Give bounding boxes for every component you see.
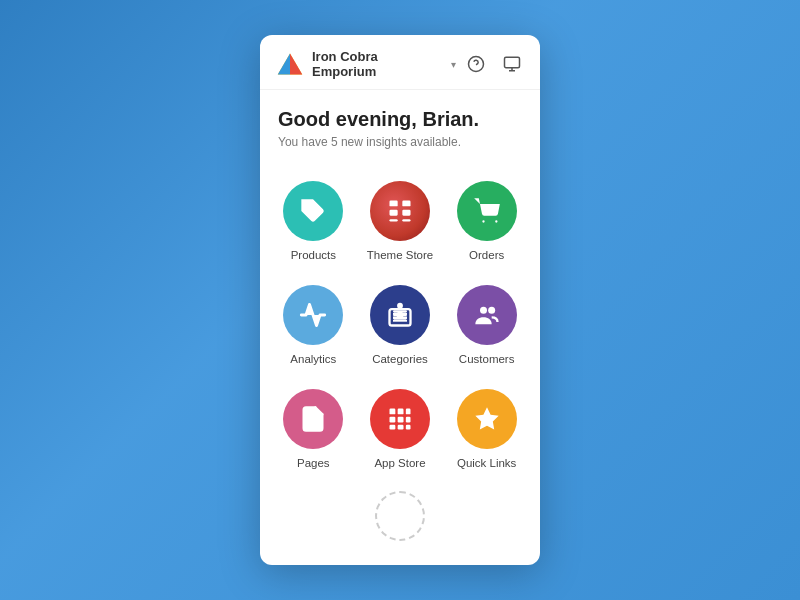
app-header: Iron Cobra Emporium ▾ [260,35,540,90]
store-name: Iron Cobra Emporium [312,49,441,79]
orders-icon-circle [457,181,517,241]
svg-point-21 [397,303,403,309]
svg-rect-9 [389,201,397,207]
theme-store-icon-circle [370,181,430,241]
app-store-label: App Store [374,457,425,469]
svg-point-15 [482,220,484,222]
grid-item-app-store[interactable]: App Store [357,375,444,479]
svg-rect-10 [402,201,410,207]
svg-rect-32 [406,409,411,415]
customers-icon-circle [457,285,517,345]
app-grid: Products Theme Store Orders [260,159,540,487]
theme-store-label: Theme Store [367,249,433,261]
help-button[interactable] [464,52,488,76]
svg-rect-36 [389,425,395,430]
svg-rect-34 [398,417,404,423]
svg-rect-38 [406,425,411,430]
svg-rect-33 [389,417,395,423]
svg-point-16 [495,220,497,222]
analytics-label: Analytics [290,353,336,365]
greeting-subtitle: You have 5 new insights available. [278,135,522,149]
display-button[interactable] [500,52,524,76]
categories-icon-circle [370,285,430,345]
svg-marker-2 [278,54,290,75]
svg-rect-5 [505,57,520,68]
quick-links-icon-circle [457,389,517,449]
grid-item-quick-links[interactable]: Quick Links [443,375,530,479]
grid-item-pages[interactable]: Pages [270,375,357,479]
quick-links-label: Quick Links [457,457,516,469]
grid-item-orders[interactable]: Orders [443,167,530,271]
svg-rect-37 [398,425,404,430]
dropdown-arrow-icon[interactable]: ▾ [451,59,456,70]
customers-label: Customers [459,353,515,365]
grid-item-categories[interactable]: Categories [357,271,444,375]
svg-rect-30 [389,409,395,415]
categories-label: Categories [372,353,428,365]
svg-rect-11 [389,210,397,216]
orders-label: Orders [469,249,504,261]
logo-icon [276,50,304,78]
main-card: Iron Cobra Emporium ▾ Good evening, Bria… [260,35,540,565]
svg-marker-1 [290,54,302,75]
svg-point-26 [480,307,487,314]
grid-item-analytics[interactable]: Analytics [270,271,357,375]
svg-rect-31 [398,409,404,415]
svg-marker-39 [475,407,498,429]
add-more-hint[interactable] [375,491,425,541]
pages-icon-circle [283,389,343,449]
svg-point-27 [488,307,495,314]
header-icons [464,52,524,76]
greeting-title: Good evening, Brian. [278,108,522,131]
products-icon-circle [283,181,343,241]
svg-rect-13 [389,219,397,221]
svg-rect-35 [406,417,411,423]
grid-item-theme-store[interactable]: Theme Store [357,167,444,271]
greeting-section: Good evening, Brian. You have 5 new insi… [260,90,540,159]
svg-rect-14 [402,219,410,221]
products-label: Products [291,249,336,261]
app-store-icon-circle [370,389,430,449]
pages-label: Pages [297,457,330,469]
grid-item-customers[interactable]: Customers [443,271,530,375]
analytics-icon-circle [283,285,343,345]
svg-rect-12 [402,210,410,216]
grid-item-products[interactable]: Products [270,167,357,271]
